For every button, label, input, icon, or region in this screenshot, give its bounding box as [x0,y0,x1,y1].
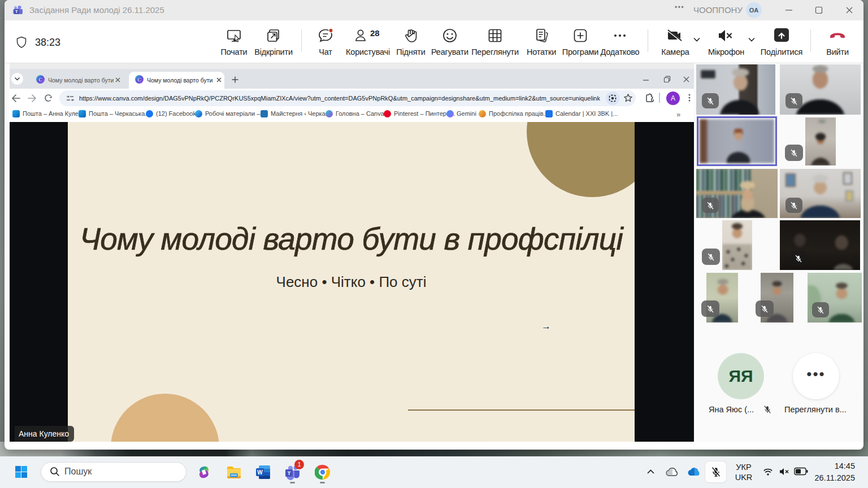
svg-text:C: C [38,77,42,82]
svg-text:T: T [15,9,18,14]
svg-text:28: 28 [370,28,380,38]
svg-text:C: C [137,77,141,82]
svg-text:W: W [257,469,263,476]
svg-text:T: T [288,470,291,476]
